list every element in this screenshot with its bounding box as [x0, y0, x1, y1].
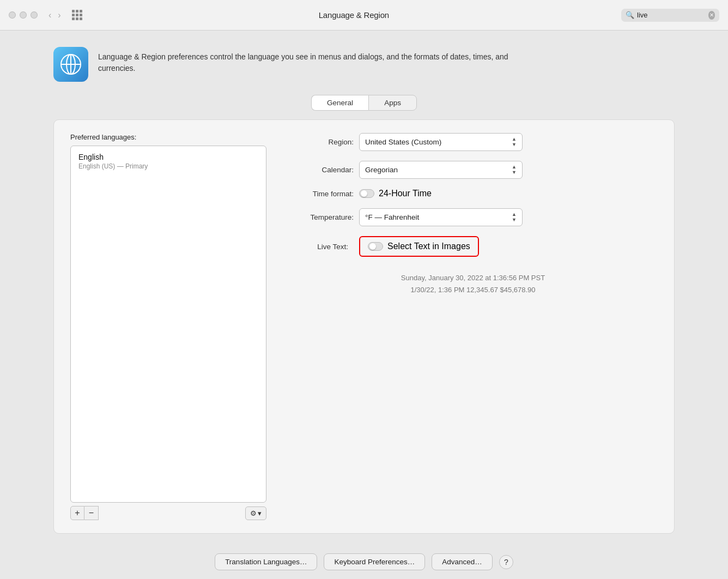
- gear-chevron: ▾: [258, 509, 262, 517]
- language-item-english[interactable]: English English (US) — Primary: [71, 146, 266, 177]
- help-button[interactable]: ?: [499, 555, 513, 569]
- temperature-dropdown[interactable]: °F — Fahrenheit ▲▼: [359, 208, 523, 226]
- language-list: English English (US) — Primary: [70, 146, 266, 503]
- language-panel: Preferred languages: English English (US…: [70, 133, 266, 520]
- language-sub: English (US) — Primary: [78, 162, 258, 170]
- temperature-row: Temperature: °F — Fahrenheit ▲▼: [288, 208, 658, 226]
- temperature-label: Temperature:: [288, 213, 354, 221]
- grid-icon[interactable]: [72, 10, 82, 20]
- header-description: Language & Region preferences control th…: [98, 47, 534, 74]
- window-title: Language & Region: [92, 10, 616, 20]
- header-section: Language & Region preferences control th…: [53, 47, 534, 82]
- language-name: English: [78, 153, 258, 161]
- live-text-highlight-box: Select Text in Images: [359, 236, 479, 257]
- translation-languages-button[interactable]: Translation Languages…: [215, 553, 317, 570]
- tab-general[interactable]: General: [311, 95, 368, 111]
- region-label: Region:: [288, 138, 354, 146]
- time-format-toggle[interactable]: [359, 189, 374, 198]
- region-value: United States (Custom): [365, 138, 441, 146]
- close-button[interactable]: [9, 11, 16, 19]
- time-format-label: Time format:: [288, 190, 354, 198]
- time-format-control: 24-Hour Time: [359, 189, 432, 198]
- back-button[interactable]: ‹: [46, 9, 53, 21]
- forward-button[interactable]: ›: [56, 9, 63, 21]
- advanced-button[interactable]: Advanced…: [432, 553, 493, 570]
- search-clear-button[interactable]: ✕: [708, 11, 715, 20]
- tab-bar: General Apps: [311, 95, 417, 111]
- keyboard-preferences-button[interactable]: Keyboard Preferences…: [324, 553, 425, 570]
- search-bar: 🔍 ✕: [621, 9, 719, 22]
- preferred-languages-label: Preferred languages:: [70, 133, 266, 141]
- remove-language-button[interactable]: −: [84, 506, 99, 520]
- toggle-knob: [361, 190, 367, 197]
- datetime-line2: 1/30/22, 1:36 PM 12,345.67 $45,678.90: [288, 284, 658, 296]
- main-content: Language & Region preferences control th…: [37, 31, 691, 545]
- time-format-option: 24-Hour Time: [379, 189, 432, 198]
- datetime-line1: Sunday, January 30, 2022 at 1:36:56 PM P…: [288, 272, 658, 284]
- region-dropdown[interactable]: United States (Custom) ▲▼: [359, 133, 523, 151]
- temp-dropdown-arrows-icon: ▲▼: [512, 212, 517, 222]
- calendar-value: Gregorian: [365, 166, 398, 174]
- live-text-row: Live Text: Select Text in Images: [288, 236, 658, 257]
- nav-arrows: ‹ ›: [46, 9, 63, 21]
- time-format-row: Time format: 24-Hour Time: [288, 189, 658, 198]
- settings-panel: Region: United States (Custom) ▲▼ Calend…: [288, 133, 658, 520]
- language-controls: + − ⚙ ▾: [70, 506, 266, 520]
- live-text-label: Live Text:: [288, 243, 354, 251]
- live-text-toggle[interactable]: [368, 242, 383, 251]
- traffic-lights: [9, 11, 38, 19]
- region-row: Region: United States (Custom) ▲▼: [288, 133, 658, 151]
- search-input[interactable]: [637, 11, 706, 19]
- minimize-button[interactable]: [20, 11, 27, 19]
- dropdown-arrows-icon: ▲▼: [512, 137, 517, 147]
- gear-menu-button[interactable]: ⚙ ▾: [245, 506, 266, 520]
- calendar-dropdown[interactable]: Gregorian ▲▼: [359, 161, 523, 179]
- bottom-bar: Translation Languages… Keyboard Preferen…: [37, 545, 691, 579]
- titlebar: ‹ › Language & Region 🔍 ✕: [0, 0, 728, 31]
- add-language-button[interactable]: +: [70, 506, 84, 520]
- calendar-dropdown-arrows-icon: ▲▼: [512, 165, 517, 175]
- temperature-value: °F — Fahrenheit: [365, 213, 419, 221]
- gear-icon: ⚙: [250, 509, 257, 517]
- maximize-button[interactable]: [31, 11, 38, 19]
- globe-icon: [53, 47, 88, 82]
- search-icon: 🔍: [626, 11, 634, 19]
- live-text-toggle-knob: [369, 243, 376, 250]
- main-panel: Preferred languages: English English (US…: [53, 119, 675, 534]
- calendar-label: Calendar:: [288, 166, 354, 174]
- calendar-row: Calendar: Gregorian ▲▼: [288, 161, 658, 179]
- datetime-preview: Sunday, January 30, 2022 at 1:36:56 PM P…: [288, 272, 658, 296]
- tab-apps[interactable]: Apps: [368, 95, 417, 111]
- live-text-option: Select Text in Images: [387, 242, 470, 251]
